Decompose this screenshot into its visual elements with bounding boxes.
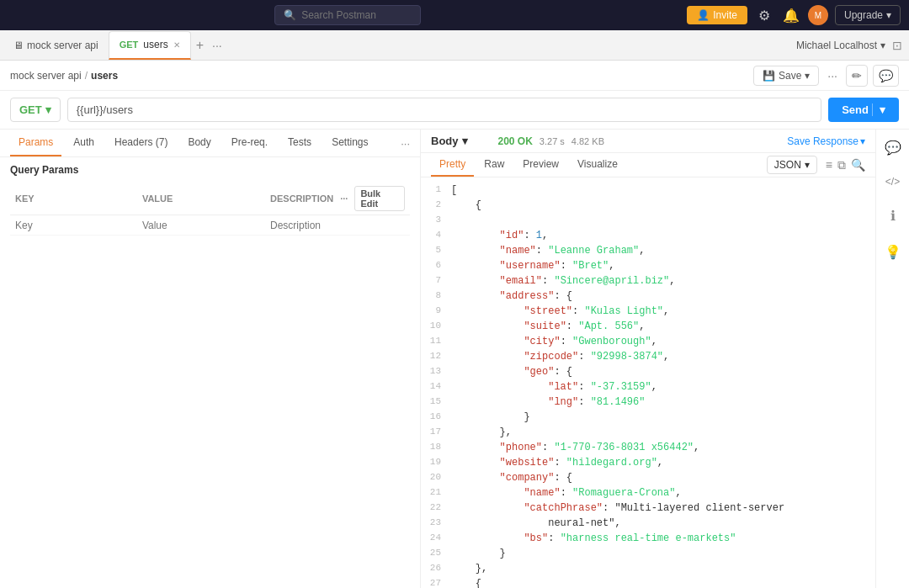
params-table: KEY VALUE DESCRIPTION ··· Bulk Edit: [10, 183, 410, 236]
edit-icon-button[interactable]: ✏: [846, 65, 868, 87]
json-line: 5 "name": "Leanne Graham",: [421, 245, 875, 260]
line-content: "address": {: [451, 290, 875, 302]
add-tab-button[interactable]: +: [191, 38, 209, 53]
tab-prereq[interactable]: Pre-req.: [223, 130, 276, 156]
line-content: "username": "Bret",: [451, 260, 875, 272]
upgrade-button[interactable]: Upgrade ▾: [835, 5, 901, 25]
format-tab-pretty[interactable]: Pretty: [431, 153, 474, 177]
line-content: "website": "hildegard.org",: [451, 457, 875, 469]
search-bar[interactable]: 🔍: [274, 5, 421, 25]
desc-column-header: DESCRIPTION ··· Bulk Edit: [265, 183, 410, 215]
line-number: 14: [421, 381, 451, 391]
line-number: 6: [421, 260, 451, 270]
body-label[interactable]: Body ▾: [431, 135, 468, 147]
json-line: 2 {: [421, 199, 875, 215]
tab-close-icon[interactable]: ✕: [173, 40, 180, 50]
save-chevron-icon: ▾: [805, 70, 810, 82]
settings-icon[interactable]: ⚙: [754, 8, 774, 24]
line-number: 26: [421, 563, 451, 573]
breadcrumb-actions: 💾 Save ▾ ··· ✏ 💬: [753, 65, 899, 87]
line-number: 15: [421, 396, 451, 406]
json-line: 23 neural-net",: [421, 517, 875, 532]
sidebar-collection-label[interactable]: 🖥 mock server api: [7, 40, 105, 51]
send-arrow-icon[interactable]: ▾: [872, 103, 885, 116]
avatar[interactable]: M: [808, 5, 828, 25]
json-line: 8 "address": {: [421, 290, 875, 305]
top-navigation: 🔍 👤 Invite ⚙ 🔔 M Upgrade ▾: [0, 0, 909, 30]
comment-icon-button[interactable]: 💬: [873, 65, 899, 87]
key-input[interactable]: [15, 220, 132, 231]
line-number: 2: [421, 199, 451, 209]
lines-icon[interactable]: ≡: [826, 158, 832, 172]
json-viewer[interactable]: 1[2 {34 "id": 1,5 "name": "Leanne Graham…: [421, 177, 875, 588]
bell-icon[interactable]: 🔔: [781, 8, 801, 24]
info-icon[interactable]: ℹ: [876, 204, 909, 227]
line-content: "bs": "harness real-time e-markets": [451, 532, 875, 544]
json-format-select[interactable]: JSON ▾: [767, 156, 817, 174]
breadcrumb-more-icon[interactable]: ···: [824, 69, 841, 82]
active-tab[interactable]: GET users ✕: [109, 31, 191, 60]
comment-sidebar-icon[interactable]: 💬: [876, 136, 909, 159]
line-number: 3: [421, 215, 451, 225]
json-line: 18 "phone": "1-770-736-8031 x56442",: [421, 442, 875, 457]
layout-icon[interactable]: ⊡: [892, 39, 902, 52]
line-number: 22: [421, 502, 451, 512]
copy-icon[interactable]: ⧉: [837, 158, 846, 172]
json-line: 20 "company": {: [421, 472, 875, 487]
query-params-title: Query Params: [10, 164, 410, 176]
tab-body[interactable]: Body: [179, 130, 219, 156]
workspace-label[interactable]: Michael Localhost ▾: [796, 40, 885, 51]
line-number: 27: [421, 578, 451, 588]
response-size: 4.82 KB: [571, 136, 604, 146]
line-number: 10: [421, 320, 451, 331]
right-panel: Body ▾ 200 OK 3.27 s 4.82 KB Save Respon…: [421, 130, 875, 588]
line-number: 8: [421, 290, 451, 300]
tabs-more-icon[interactable]: ···: [209, 39, 226, 52]
lightbulb-icon[interactable]: 💡: [876, 241, 909, 263]
tab-tests[interactable]: Tests: [279, 130, 320, 156]
search-input[interactable]: [301, 9, 402, 21]
code-icon[interactable]: </>: [876, 172, 909, 191]
format-tab-visualize[interactable]: Visualize: [569, 153, 626, 177]
line-number: 4: [421, 230, 451, 240]
line-number: 21: [421, 487, 451, 497]
save-icon: 💾: [763, 70, 775, 82]
description-input[interactable]: [270, 220, 405, 231]
search-response-icon[interactable]: 🔍: [851, 158, 865, 172]
json-line: 22 "catchPhrase": "Multi-layered client-…: [421, 502, 875, 517]
request-tabs: Params Auth Headers (7) Body Pre-req. Te…: [0, 130, 420, 157]
json-line: 16 }: [421, 411, 875, 426]
col-more-icon[interactable]: ···: [340, 193, 348, 204]
breadcrumb-separator: /: [85, 70, 88, 82]
url-input[interactable]: [67, 98, 821, 122]
json-line: 7 "email": "Sincere@april.biz",: [421, 275, 875, 290]
invite-button[interactable]: 👤 Invite: [687, 6, 747, 24]
send-button-group: Send ▾: [828, 98, 899, 122]
tab-params[interactable]: Params: [10, 130, 61, 156]
bulk-edit-button[interactable]: Bulk Edit: [354, 186, 405, 211]
tab-method: GET: [120, 40, 139, 50]
nav-right: 👤 Invite ⚙ 🔔 M Upgrade ▾: [687, 5, 901, 25]
tab-settings[interactable]: Settings: [323, 130, 376, 156]
tabs-bar: 🖥 mock server api GET users ✕ + ··· Mich…: [0, 30, 909, 61]
format-tab-preview[interactable]: Preview: [514, 153, 567, 177]
send-action-button[interactable]: Send: [842, 103, 869, 116]
nav-center: 🔍: [15, 5, 680, 25]
save-button[interactable]: 💾 Save ▾: [753, 66, 819, 86]
method-select[interactable]: GET ▾: [10, 98, 61, 122]
line-number: 11: [421, 336, 451, 346]
line-content: {: [451, 199, 875, 211]
tab-auth[interactable]: Auth: [65, 130, 103, 156]
workspace-chevron-icon: ▾: [880, 40, 885, 51]
req-tabs-more-icon[interactable]: ···: [401, 137, 410, 150]
line-content: "id": 1,: [451, 230, 875, 241]
format-tab-raw[interactable]: Raw: [476, 153, 513, 177]
value-input[interactable]: [142, 220, 260, 231]
chevron-down-icon: ▾: [886, 9, 891, 21]
json-line: 17 },: [421, 426, 875, 442]
server-icon: 🖥: [13, 40, 24, 51]
save-response-button[interactable]: Save Response ▾: [787, 135, 865, 147]
tab-headers[interactable]: Headers (7): [106, 130, 176, 156]
line-content: "phone": "1-770-736-8031 x56442",: [451, 442, 875, 453]
breadcrumb-root[interactable]: mock server api: [10, 70, 82, 82]
